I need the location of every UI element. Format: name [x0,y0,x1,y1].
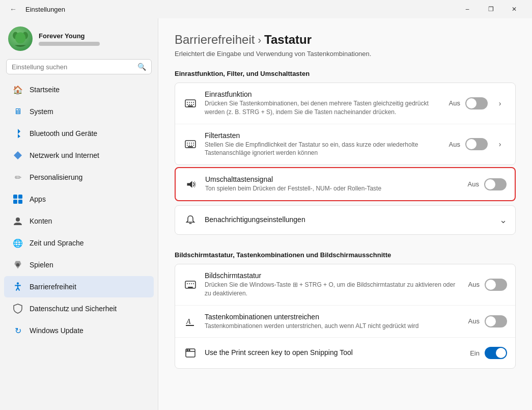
sidebar-label-windowsupdate: Windows Update [30,326,83,335]
umschalttastensignal-card: Umschalttastensignal Ton spielen beim Dr… [175,167,516,201]
toggle-printscreen[interactable] [485,347,507,359]
minimize-button[interactable]: – [456,0,479,18]
gaming-icon [12,259,23,270]
svg-point-3 [15,32,26,43]
status-einrastfunktion: Aus [449,99,460,107]
toggle-thumb-printscreen [496,348,506,358]
setting-label-filtertasten: Filtertasten [205,131,442,140]
titlebar: ← Einstellungen – ❐ ✕ [0,0,532,18]
sidebar-label-system: System [30,107,53,116]
setting-desc-bildschirmtastatur: Drücken Sie die Windows-Taste ⊞ + STRG +… [205,281,461,298]
personalization-icon: ✏ [12,172,23,183]
setting-row-printscreen: Use the Print screen key to open Snippin… [175,338,515,368]
chevron-einrastfunktion[interactable]: › [493,96,507,111]
breadcrumb-parent: Barrierefreiheit [175,33,255,47]
svg-rect-6 [13,200,17,204]
svg-point-47 [187,350,188,351]
setting-text-printscreen: Use the Print screen key to open Snippin… [205,348,463,358]
sound-icon [184,177,198,192]
setting-label-printscreen: Use the Print screen key to open Snippin… [205,348,463,357]
sidebar-label-konten: Konten [30,217,52,225]
setting-row-tastenkombinationen: A Tastenkombinationen unterstreichen Tas… [175,306,515,338]
benachrichtigung-card: Benachrichtigungseinstellungen ⌄ [175,205,516,235]
page-header: Barrierefreiheit › Tastatur Erleichtert … [175,33,516,58]
user-profile[interactable]: Forever Young [0,18,158,57]
sidebar-item-netzwerk[interactable]: Netzwerk und Internet [4,145,154,166]
security-icon [12,303,23,314]
setting-desc-tastenkombinationen: Tastenkombinationen werden unterstrichen… [205,322,461,331]
home-icon: 🏠 [12,84,23,95]
back-button[interactable]: ← [6,2,20,16]
sidebar-label-datenschutz: Datenschutz und Sicherheit [30,305,117,313]
sidebar-label-barrierefreiheit: Barrierefreiheit [30,283,76,291]
toggle-filtertasten[interactable] [465,138,488,150]
accounts-icon [12,215,23,227]
setting-control-filtertasten: Aus › [449,137,507,151]
page-subtitle: Erleichtert die Eingabe und Verwendung v… [175,50,516,58]
app-title: Einstellungen [25,6,65,13]
setting-text-einrastfunktion: Einrastfunktion Drücken Sie Tastenkombin… [205,90,442,117]
setting-text-filtertasten: Filtertasten Stellen Sie die Empfindlich… [205,131,442,158]
setting-desc-einrastfunktion: Drücken Sie Tastenkombinationen, bei den… [205,99,442,117]
section-title-bildschirmtastatur: Bildschirmtastatur, Tastenkombinationen … [175,251,516,259]
chevron-filtertasten[interactable]: › [493,137,507,151]
setting-row-filtertasten: Filtertasten Stellen Sie die Empfindlich… [175,124,515,165]
svg-line-14 [18,288,19,291]
setting-desc-filtertasten: Stellen Sie die Empfindlichkeit der Tast… [205,141,442,158]
section-title-einrastfilter: Einrastfunktion, Filter, und Umschalttas… [175,70,516,77]
toggle-thumb-tastenkombinationen [486,316,496,326]
sidebar-item-personalisierung[interactable]: ✏ Personalisierung [4,167,154,188]
toggle-thumb-bildschirmtastatur [486,280,496,290]
sidebar-item-zeit[interactable]: 🌐 Zeit und Sprache [4,232,154,254]
sidebar-item-windowsupdate[interactable]: ↻ Windows Update [4,320,154,341]
sidebar-item-startseite[interactable]: 🏠 Startseite [4,79,154,100]
breadcrumb-separator: › [258,34,261,46]
sidebar-item-system[interactable]: 🖥 System [4,101,154,122]
maximize-button[interactable]: ❐ [479,0,502,18]
sidebar-item-apps[interactable]: Apps [4,188,154,210]
bell-icon [183,213,198,227]
toggle-tastenkombinationen[interactable] [485,315,507,327]
close-button[interactable]: ✕ [502,0,526,18]
update-icon: ↻ [12,325,23,336]
search-box[interactable]: 🔍 [6,59,152,74]
accordion-label-benachrichtigung: Benachrichtigungseinstellungen [205,215,492,224]
sidebar-item-konten[interactable]: Konten [4,210,154,232]
setting-control-umschalttastensignal: Aus [468,178,507,190]
sidebar-nav: 🏠 Startseite 🖥 System Bluetooth und Gerä… [0,78,158,342]
bluetooth-icon [12,128,23,139]
status-umschalttastensignal: Aus [468,180,479,188]
app-body: Forever Young 🔍 🏠 Startseite 🖥 System [0,18,532,410]
accordion-control-benachrichtigung: ⌄ [499,214,507,226]
search-input[interactable] [12,63,133,71]
status-bildschirmtastatur: Aus [468,281,480,288]
setting-text-umschalttastensignal: Umschalttastensignal Ton spielen beim Dr… [205,175,461,193]
avatar [8,26,33,51]
sidebar-item-datenschutz[interactable]: Datenschutz und Sicherheit [4,298,154,319]
breadcrumb-current: Tastatur [264,33,312,47]
content-area: Barrierefreiheit › Tastatur Erleichtert … [158,18,532,410]
sidebar-item-barrierefreiheit[interactable]: Barrierefreiheit [4,276,154,297]
sidebar-label-bluetooth: Bluetooth und Geräte [30,129,97,138]
bildschirmtastatur-card: Bildschirmtastatur Drücken Sie die Windo… [175,264,516,369]
setting-label-bildschirmtastatur: Bildschirmtastatur [205,271,461,280]
breadcrumb: Barrierefreiheit › Tastatur [175,33,516,47]
network-icon [12,150,23,161]
toggle-einrastfunktion[interactable] [465,97,488,110]
einrastfilter-card: Einrastfunktion Drücken Sie Tastenkombin… [175,83,516,165]
toggle-umschalttastensignal[interactable] [484,178,507,190]
sidebar-label-netzwerk: Netzwerk und Internet [30,151,99,159]
accordion-benachrichtigung[interactable]: Benachrichtigungseinstellungen ⌄ [175,206,515,234]
toggle-thumb-einrastfunktion [466,98,477,108]
sidebar-item-bluetooth[interactable]: Bluetooth und Geräte [4,123,154,144]
search-icon: 🔍 [137,63,146,71]
svg-rect-4 [13,195,17,199]
sidebar-item-spielen[interactable]: Spielen [4,254,154,276]
osk-icon [183,278,198,292]
status-filtertasten: Aus [449,141,460,148]
user-status-bar [39,42,100,46]
setting-text-tastenkombinationen: Tastenkombinationen unterstreichen Taste… [205,313,461,331]
sidebar-label-spielen: Spielen [30,261,53,269]
toggle-bildschirmtastatur[interactable] [485,279,507,291]
keyboard-icon-2 [183,137,198,151]
